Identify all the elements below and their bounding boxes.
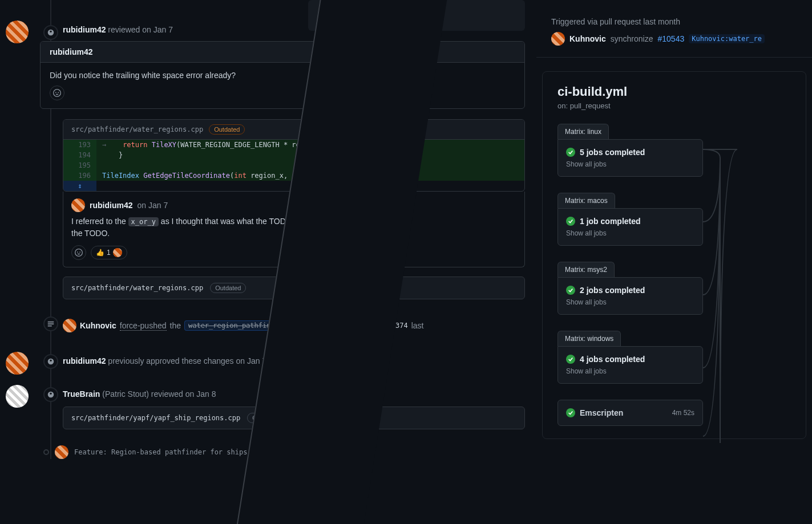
reply-date: on Jan 7: [137, 201, 168, 210]
avatar[interactable]: [63, 319, 76, 332]
matrix-tab: Matrix: linux: [558, 124, 609, 139]
expand-icon[interactable]: ⇕: [63, 181, 96, 191]
workflow-file[interactable]: ci-build.yml: [558, 84, 791, 99]
show-all-jobs-link[interactable]: Show all jobs: [566, 298, 694, 306]
matrix-tab: Matrix: msys2: [558, 262, 615, 277]
avatar[interactable]: [6, 21, 29, 43]
commit-dot-icon: [43, 449, 49, 455]
avatar[interactable]: [55, 445, 68, 459]
reaction-chip[interactable]: 👍 1: [91, 246, 127, 259]
trigger-info: Triggered via pull request last month Ku…: [536, 11, 812, 58]
pr-link[interactable]: #10543: [657, 34, 684, 43]
file-path[interactable]: src/pathfinder/water_regions.cpp: [71, 125, 203, 133]
check-icon: [566, 355, 575, 364]
check-icon: [566, 148, 575, 157]
add-reaction-button[interactable]: [71, 245, 86, 260]
check-icon: [566, 408, 575, 417]
job-node-emscripten[interactable]: Emscripten 4m 52s: [558, 400, 703, 426]
matrix-node[interactable]: Matrix: linux5 jobs completedShow all jo…: [558, 124, 703, 177]
avatar[interactable]: [6, 385, 29, 408]
matrix-node[interactable]: Matrix: msys22 jobs completedShow all jo…: [558, 262, 703, 315]
check-icon: [566, 217, 575, 226]
outdated-badge: Outdated: [209, 124, 245, 135]
workflow-panel: ci-build.yml on: pull_request Matrix: li…: [542, 71, 806, 439]
add-reaction-button[interactable]: [50, 86, 64, 100]
graph-connector: [703, 124, 749, 477]
matrix-node[interactable]: Matrix: windows4 jobs completedShow all …: [558, 331, 703, 384]
review-icon: [43, 387, 58, 402]
show-all-jobs-link[interactable]: Show all jobs: [566, 229, 694, 237]
branch-link[interactable]: Kuhnovic:water_re: [689, 34, 765, 43]
matrix-tab: Matrix: macos: [558, 193, 615, 208]
check-icon: [566, 286, 575, 295]
review-icon: [43, 354, 58, 369]
avatar[interactable]: [6, 352, 29, 375]
matrix-tab: Matrix: windows: [558, 331, 621, 346]
outdated-badge: Outdated: [210, 283, 246, 293]
avatar[interactable]: [71, 198, 85, 212]
reply-author[interactable]: rubidium42: [90, 201, 132, 210]
show-all-jobs-link[interactable]: Show all jobs: [566, 160, 694, 168]
avatar[interactable]: [551, 32, 565, 46]
push-icon: [43, 316, 58, 331]
show-all-jobs-link[interactable]: Show all jobs: [566, 367, 694, 375]
trigger-actor[interactable]: Kuhnovic: [569, 34, 606, 43]
matrix-node[interactable]: Matrix: macos1 job completedShow all job…: [558, 193, 703, 246]
review-icon: [43, 25, 58, 40]
